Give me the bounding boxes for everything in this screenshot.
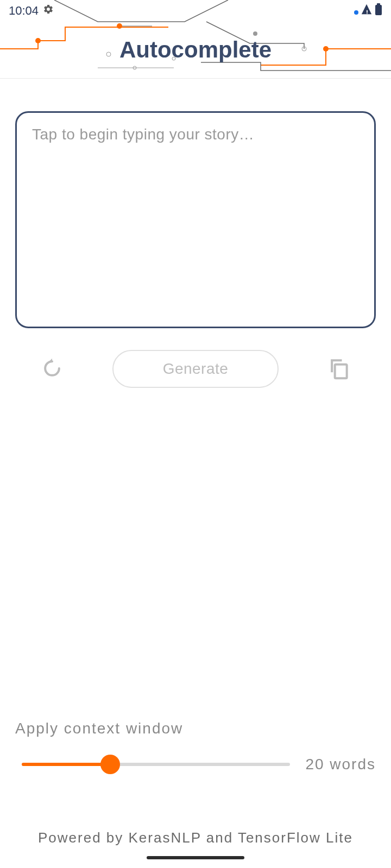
svg-rect-3 (375, 5, 382, 15)
status-right (354, 3, 382, 18)
svg-point-5 (35, 38, 41, 43)
slider-track (22, 763, 290, 766)
svg-point-0 (354, 10, 358, 15)
context-window-value: 20 words (305, 756, 376, 773)
svg-point-10 (253, 31, 257, 36)
slider-fill (22, 763, 110, 766)
notification-dot-icon (354, 4, 358, 18)
copy-icon (327, 356, 351, 382)
slider-thumb[interactable] (100, 755, 120, 774)
status-left: 10:04 (9, 4, 54, 18)
generate-button[interactable]: Generate (112, 350, 279, 388)
status-time: 10:04 (9, 4, 39, 18)
svg-point-6 (106, 52, 111, 56)
refresh-icon (40, 356, 64, 382)
battery-icon (375, 3, 382, 18)
action-row: Generate (15, 330, 376, 388)
svg-point-11 (133, 66, 136, 69)
bottom-section: Apply context window 20 words Powered by… (0, 720, 391, 868)
page-title: Autocomplete (119, 37, 272, 63)
context-window-label: Apply context window (15, 720, 376, 737)
main-content: Generate (0, 79, 391, 388)
svg-point-8 (302, 47, 306, 51)
context-window-slider[interactable] (22, 754, 290, 775)
svg-point-7 (117, 23, 122, 29)
svg-point-9 (323, 46, 329, 52)
footer-credits: Powered by KerasNLP and TensorFlow Lite (15, 829, 376, 846)
reset-button[interactable] (37, 354, 67, 384)
status-bar: 10:04 (0, 0, 391, 22)
svg-rect-4 (377, 3, 380, 5)
settings-gear-icon (43, 4, 54, 18)
svg-rect-1 (367, 10, 368, 13)
slider-row: 20 words (15, 754, 376, 775)
story-input[interactable] (15, 111, 376, 328)
svg-point-2 (367, 13, 368, 14)
svg-rect-13 (335, 364, 347, 378)
nav-bar-indicator (147, 856, 244, 859)
signal-icon (361, 3, 373, 18)
copy-button[interactable] (324, 354, 354, 384)
